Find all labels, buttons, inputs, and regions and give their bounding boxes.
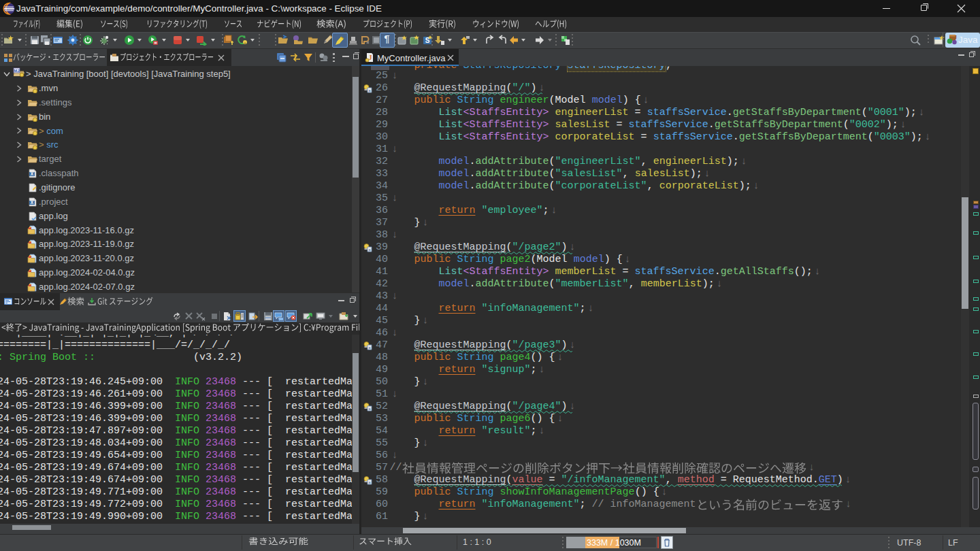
svg-text:X: X	[31, 171, 34, 176]
svg-text:+: +	[244, 41, 246, 45]
svg-text:MJ: MJ	[14, 69, 19, 73]
svg-text:J: J	[954, 35, 957, 41]
svg-text:X: X	[31, 200, 34, 205]
